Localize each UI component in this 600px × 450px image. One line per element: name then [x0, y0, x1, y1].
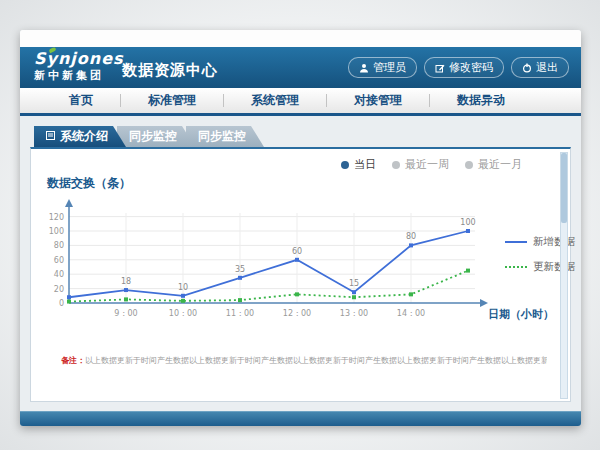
svg-text:15: 15: [349, 279, 359, 288]
line-chart: 0204060801001209：0010：0011：0012：0013：001…: [37, 191, 507, 341]
nav-item-standard-mgmt[interactable]: 标准管理: [121, 88, 223, 113]
svg-text:60: 60: [292, 247, 302, 256]
svg-text:13：00: 13：00: [340, 309, 368, 318]
user-toolbar: 管理员 修改密码 退出: [348, 47, 569, 88]
tab-bar: 系统介绍 同步监控 同步监控: [34, 126, 255, 147]
svg-text:10：00: 10：00: [169, 309, 197, 318]
range-option-last-month[interactable]: 最近一月: [465, 157, 522, 172]
chart-y-axis-title: 数据交换（条）: [47, 175, 131, 192]
legend-label: 新增数据: [533, 235, 575, 249]
footnote-text: 以上数据更新于时间产生数据以上数据更新于时间产生数据以上数据更新于时间产生数据以…: [85, 356, 547, 365]
tab-label: 系统介绍: [60, 126, 108, 147]
change-password-label: 修改密码: [449, 60, 493, 75]
svg-text:60: 60: [54, 256, 64, 265]
svg-text:40: 40: [54, 270, 64, 279]
range-option-label: 最近一月: [478, 157, 522, 172]
nav-item-home[interactable]: 首页: [42, 88, 120, 113]
svg-text:12：00: 12：00: [283, 309, 311, 318]
svg-text:9：00: 9：00: [114, 309, 137, 318]
svg-text:35: 35: [235, 265, 245, 274]
brand-logo: Synjones 新中新集团: [34, 50, 124, 83]
svg-text:20: 20: [54, 285, 64, 294]
desktop-background: Synjones 新中新集团 数据资源中心 管理员 修改密码: [0, 0, 600, 450]
tab-label: 同步监控: [129, 126, 177, 147]
page-title: 数据资源中心: [122, 47, 218, 88]
svg-text:100: 100: [460, 218, 475, 227]
svg-text:10: 10: [178, 283, 188, 292]
svg-text:0: 0: [59, 299, 64, 308]
brand-logo-text: Synjones: [34, 49, 124, 68]
time-range-selector: 当日 最近一周 最近一月: [341, 157, 522, 172]
scrollbar-thumb[interactable]: [561, 153, 567, 223]
range-option-today[interactable]: 当日: [341, 157, 376, 172]
footnote: 备注：以上数据更新于时间产生数据以上数据更新于时间产生数据以上数据更新于时间产生…: [61, 355, 547, 366]
brand-logo-cn: 新中新集团: [34, 68, 124, 83]
radio-selected-icon: [341, 161, 349, 169]
footnote-label: 备注：: [61, 356, 85, 365]
tab-sync-monitor-1[interactable]: 同步监控: [117, 126, 195, 147]
document-icon: [46, 126, 55, 147]
chart-x-axis-title: 日期（小时）: [488, 307, 554, 322]
svg-text:80: 80: [406, 232, 416, 241]
svg-text:80: 80: [54, 241, 64, 250]
svg-text:14：00: 14：00: [397, 309, 425, 318]
brand-logo-en: Synjones: [34, 50, 124, 68]
tab-sync-monitor-2[interactable]: 同步监控: [186, 126, 264, 147]
logout-label: 退出: [536, 60, 558, 75]
legend-line-solid-icon: [505, 241, 527, 243]
logout-icon: [522, 63, 532, 73]
admin-user-label: 管理员: [373, 60, 406, 75]
range-option-label: 最近一周: [405, 157, 449, 172]
nav-item-data-change[interactable]: 数据异动: [430, 88, 532, 113]
tab-system-intro[interactable]: 系统介绍: [34, 126, 126, 147]
range-option-last-week[interactable]: 最近一周: [392, 157, 449, 172]
radio-unselected-icon: [392, 161, 400, 169]
panel-scrollbar[interactable]: [560, 152, 568, 399]
window-top-strip: [20, 30, 581, 47]
nav-item-interface-mgmt[interactable]: 对接管理: [327, 88, 429, 113]
logout-button[interactable]: 退出: [511, 57, 569, 78]
radio-unselected-icon: [465, 161, 473, 169]
main-nav: 首页 标准管理 系统管理 对接管理 数据异动: [20, 88, 581, 116]
change-password-button[interactable]: 修改密码: [424, 57, 504, 78]
tab-label: 同步监控: [198, 126, 246, 147]
content-panel: 当日 最近一周 最近一月 数据交换（条） 0204060801001209：00…: [30, 147, 571, 402]
svg-text:11：00: 11：00: [226, 309, 254, 318]
app-window: Synjones 新中新集团 数据资源中心 管理员 修改密码: [20, 30, 581, 426]
app-header: Synjones 新中新集团 数据资源中心 管理员 修改密码: [20, 47, 581, 88]
svg-text:100: 100: [49, 227, 64, 236]
window-footer-bar: [20, 411, 581, 426]
nav-item-system-mgmt[interactable]: 系统管理: [224, 88, 326, 113]
user-icon: [359, 63, 369, 73]
legend-label: 更新数据: [533, 260, 575, 274]
admin-user-button[interactable]: 管理员: [348, 57, 417, 78]
svg-text:18: 18: [121, 277, 131, 286]
range-option-label: 当日: [354, 157, 376, 172]
legend-line-dotted-icon: [505, 266, 527, 268]
edit-icon: [435, 63, 445, 73]
svg-text:120: 120: [49, 213, 64, 222]
